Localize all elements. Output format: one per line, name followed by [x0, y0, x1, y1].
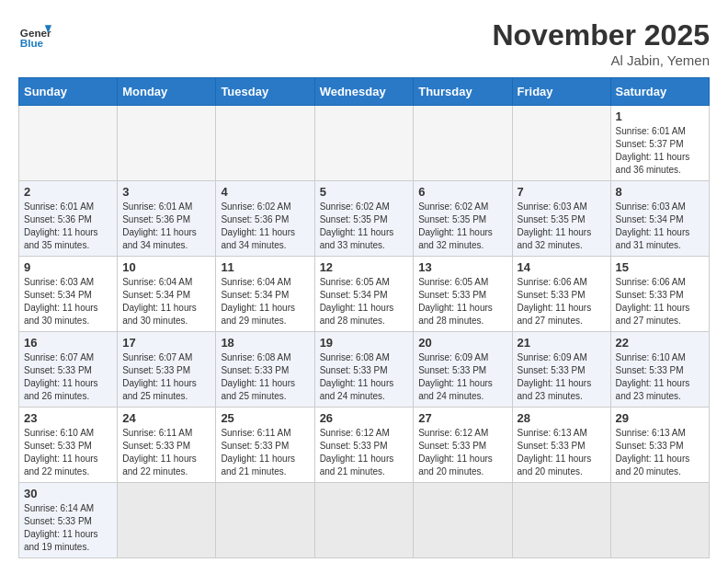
calendar-cell [19, 106, 118, 181]
day-info: Sunrise: 6:01 AM Sunset: 5:36 PM Dayligh… [122, 201, 210, 252]
weekday-header-row: SundayMondayTuesdayWednesdayThursdayFrid… [19, 78, 710, 106]
day-number: 22 [616, 336, 704, 350]
day-info: Sunrise: 6:07 AM Sunset: 5:33 PM Dayligh… [122, 351, 210, 403]
day-number: 27 [418, 411, 506, 425]
calendar-cell [118, 106, 216, 181]
day-number: 6 [418, 185, 506, 199]
calendar-cell: 27Sunrise: 6:12 AM Sunset: 5:33 PM Dayli… [414, 408, 512, 483]
day-info: Sunrise: 6:03 AM Sunset: 5:34 PM Dayligh… [616, 201, 704, 252]
day-info: Sunrise: 6:07 AM Sunset: 5:33 PM Dayligh… [24, 351, 112, 403]
day-info: Sunrise: 6:10 AM Sunset: 5:33 PM Dayligh… [616, 351, 704, 403]
day-number: 5 [320, 185, 409, 199]
day-number: 29 [616, 411, 704, 425]
calendar-cell: 23Sunrise: 6:10 AM Sunset: 5:33 PM Dayli… [19, 408, 118, 483]
day-number: 17 [122, 336, 210, 350]
calendar-cell: 28Sunrise: 6:13 AM Sunset: 5:33 PM Dayli… [512, 408, 610, 483]
calendar-cell: 21Sunrise: 6:09 AM Sunset: 5:33 PM Dayli… [512, 332, 610, 408]
calendar-cell: 13Sunrise: 6:05 AM Sunset: 5:33 PM Dayli… [414, 257, 512, 332]
day-info: Sunrise: 6:03 AM Sunset: 5:34 PM Dayligh… [24, 276, 112, 327]
day-info: Sunrise: 6:03 AM Sunset: 5:35 PM Dayligh… [518, 201, 606, 252]
day-info: Sunrise: 6:01 AM Sunset: 5:37 PM Dayligh… [616, 125, 704, 177]
day-number: 19 [320, 336, 409, 350]
calendar-cell: 30Sunrise: 6:14 AM Sunset: 5:33 PM Dayli… [19, 483, 118, 558]
calendar-cell: 6Sunrise: 6:02 AM Sunset: 5:35 PM Daylig… [414, 181, 512, 257]
day-info: Sunrise: 6:13 AM Sunset: 5:33 PM Dayligh… [518, 427, 606, 478]
weekday-header-monday: Monday [118, 78, 216, 106]
day-number: 9 [24, 260, 112, 274]
calendar-cell: 29Sunrise: 6:13 AM Sunset: 5:33 PM Dayli… [610, 408, 709, 483]
day-info: Sunrise: 6:04 AM Sunset: 5:34 PM Dayligh… [122, 276, 210, 327]
day-number: 1 [616, 109, 704, 123]
calendar-cell: 10Sunrise: 6:04 AM Sunset: 5:34 PM Dayli… [118, 257, 216, 332]
calendar-cell: 26Sunrise: 6:12 AM Sunset: 5:33 PM Dayli… [314, 408, 414, 483]
calendar-week-row: 23Sunrise: 6:10 AM Sunset: 5:33 PM Dayli… [19, 408, 710, 483]
day-number: 11 [221, 260, 309, 274]
day-info: Sunrise: 6:04 AM Sunset: 5:34 PM Dayligh… [221, 276, 309, 327]
day-info: Sunrise: 6:09 AM Sunset: 5:33 PM Dayligh… [418, 351, 506, 403]
calendar-week-row: 16Sunrise: 6:07 AM Sunset: 5:33 PM Dayli… [19, 332, 710, 408]
calendar-cell: 17Sunrise: 6:07 AM Sunset: 5:33 PM Dayli… [118, 332, 216, 408]
calendar-week-row: 30Sunrise: 6:14 AM Sunset: 5:33 PM Dayli… [19, 483, 710, 558]
calendar-cell: 16Sunrise: 6:07 AM Sunset: 5:33 PM Dayli… [19, 332, 118, 408]
location: Al Jabin, Yemen [492, 52, 710, 68]
calendar-cell [314, 483, 414, 558]
day-info: Sunrise: 6:06 AM Sunset: 5:33 PM Dayligh… [518, 276, 606, 327]
weekday-header-saturday: Saturday [610, 78, 709, 106]
logo: General Blue [18, 18, 51, 52]
weekday-header-friday: Friday [512, 78, 610, 106]
day-info: Sunrise: 6:01 AM Sunset: 5:36 PM Dayligh… [24, 201, 112, 252]
svg-text:Blue: Blue [20, 37, 44, 49]
calendar-cell: 11Sunrise: 6:04 AM Sunset: 5:34 PM Dayli… [216, 257, 314, 332]
day-number: 30 [24, 487, 112, 500]
day-number: 7 [518, 185, 606, 199]
calendar-cell: 8Sunrise: 6:03 AM Sunset: 5:34 PM Daylig… [610, 181, 709, 257]
day-number: 14 [518, 260, 606, 274]
day-number: 20 [418, 336, 506, 350]
calendar-cell: 15Sunrise: 6:06 AM Sunset: 5:33 PM Dayli… [610, 257, 709, 332]
calendar-week-row: 9Sunrise: 6:03 AM Sunset: 5:34 PM Daylig… [19, 257, 710, 332]
weekday-header-thursday: Thursday [414, 78, 512, 106]
day-info: Sunrise: 6:12 AM Sunset: 5:33 PM Dayligh… [418, 427, 506, 478]
calendar-cell [414, 483, 512, 558]
calendar-cell: 4Sunrise: 6:02 AM Sunset: 5:36 PM Daylig… [216, 181, 314, 257]
calendar-cell: 5Sunrise: 6:02 AM Sunset: 5:35 PM Daylig… [314, 181, 414, 257]
title-block: November 2025 Al Jabin, Yemen [492, 18, 710, 68]
month-title: November 2025 [492, 18, 710, 52]
calendar-cell: 22Sunrise: 6:10 AM Sunset: 5:33 PM Dayli… [610, 332, 709, 408]
day-info: Sunrise: 6:06 AM Sunset: 5:33 PM Dayligh… [616, 276, 704, 327]
calendar-week-row: 2Sunrise: 6:01 AM Sunset: 5:36 PM Daylig… [19, 181, 710, 257]
day-number: 3 [122, 185, 210, 199]
day-info: Sunrise: 6:13 AM Sunset: 5:33 PM Dayligh… [616, 427, 704, 478]
day-number: 13 [418, 260, 506, 274]
page-header: General Blue November 2025 Al Jabin, Yem… [18, 18, 710, 68]
calendar-cell [216, 106, 314, 181]
day-info: Sunrise: 6:10 AM Sunset: 5:33 PM Dayligh… [24, 427, 112, 478]
calendar-cell: 20Sunrise: 6:09 AM Sunset: 5:33 PM Dayli… [414, 332, 512, 408]
day-number: 2 [24, 185, 112, 199]
day-info: Sunrise: 6:02 AM Sunset: 5:36 PM Dayligh… [221, 201, 309, 252]
day-number: 4 [221, 185, 309, 199]
day-info: Sunrise: 6:11 AM Sunset: 5:33 PM Dayligh… [221, 427, 309, 478]
calendar-cell [414, 106, 512, 181]
calendar-cell: 3Sunrise: 6:01 AM Sunset: 5:36 PM Daylig… [118, 181, 216, 257]
day-number: 18 [221, 336, 309, 350]
day-number: 8 [616, 185, 704, 199]
calendar-cell: 18Sunrise: 6:08 AM Sunset: 5:33 PM Dayli… [216, 332, 314, 408]
day-number: 16 [24, 336, 112, 350]
day-number: 15 [616, 260, 704, 274]
calendar-cell: 14Sunrise: 6:06 AM Sunset: 5:33 PM Dayli… [512, 257, 610, 332]
calendar-cell: 2Sunrise: 6:01 AM Sunset: 5:36 PM Daylig… [19, 181, 118, 257]
day-info: Sunrise: 6:05 AM Sunset: 5:34 PM Dayligh… [320, 276, 409, 327]
logo-icon: General Blue [18, 18, 51, 52]
calendar-cell: 1Sunrise: 6:01 AM Sunset: 5:37 PM Daylig… [610, 106, 709, 181]
day-info: Sunrise: 6:08 AM Sunset: 5:33 PM Dayligh… [221, 351, 309, 403]
calendar-cell: 9Sunrise: 6:03 AM Sunset: 5:34 PM Daylig… [19, 257, 118, 332]
weekday-header-wednesday: Wednesday [314, 78, 414, 106]
day-number: 21 [518, 336, 606, 350]
day-info: Sunrise: 6:05 AM Sunset: 5:33 PM Dayligh… [418, 276, 506, 327]
day-info: Sunrise: 6:02 AM Sunset: 5:35 PM Dayligh… [418, 201, 506, 252]
weekday-header-tuesday: Tuesday [216, 78, 314, 106]
day-number: 26 [320, 411, 409, 425]
calendar-week-row: 1Sunrise: 6:01 AM Sunset: 5:37 PM Daylig… [19, 106, 710, 181]
day-number: 12 [320, 260, 409, 274]
